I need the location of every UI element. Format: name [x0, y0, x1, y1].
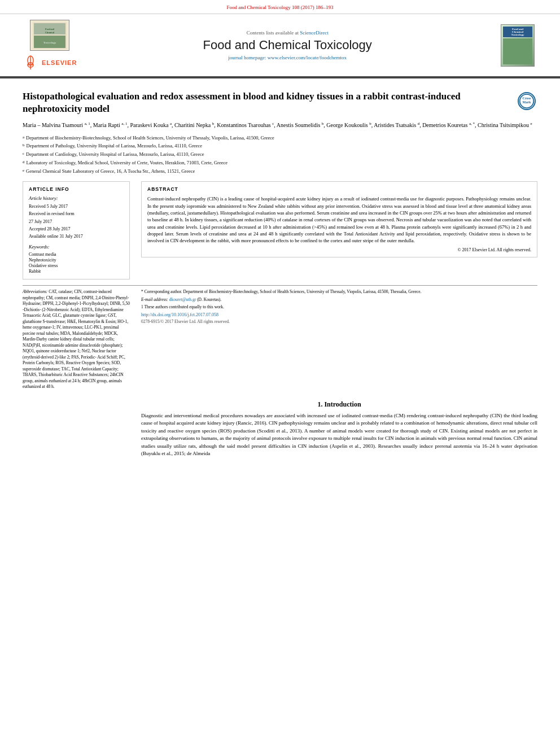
- page: Food and Chemical Toxicology 108 (2017) …: [0, 0, 560, 747]
- header-left: Food and Chemical Toxicology ELSEVIER: [23, 20, 77, 71]
- footnotes-area: Abbreviations: CAT, catalase; CIN, contr…: [23, 285, 537, 392]
- header-center: Contents lists available at ScienceDirec…: [82, 20, 492, 71]
- footnotes-left: Abbreviations: CAT, catalase; CIN, contr…: [23, 289, 130, 392]
- journal-header: Food and Chemical Toxicology 108 (2017) …: [0, 0, 560, 14]
- revised-date: 27 July 2017: [29, 219, 124, 225]
- svg-text:Cross: Cross: [523, 97, 531, 100]
- affiliation-b: b Department of Pathology, University Ho…: [23, 142, 537, 150]
- introduction-section: 1. Introduction Diagnostic and intervent…: [23, 400, 537, 461]
- abstract-text: Contrast-induced nephropathy (CIN) is a …: [147, 195, 531, 244]
- two-column-section: ARTICLE INFO Article history: Received 5…: [23, 181, 537, 279]
- journal-main-title: Food and Chemical Toxicology: [203, 38, 372, 53]
- article-info-label: ARTICLE INFO: [29, 186, 124, 192]
- online-date: Available online 31 July 2017: [29, 233, 124, 239]
- abstract-column: ABSTRACT Contrast-induced nephropathy (C…: [141, 181, 537, 279]
- article-info-box: ARTICLE INFO Article history: Received 5…: [23, 181, 130, 279]
- cover-title-text: Food andChemicalToxicology: [503, 27, 532, 37]
- article-info-column: ARTICLE INFO Article history: Received 5…: [23, 181, 130, 279]
- elsevier-brand: ELSEVIER: [23, 55, 77, 71]
- email-text: E-mail address: dkouret@uth.gr (D. Koure…: [141, 297, 537, 303]
- sciencedirect-info: Contents lists available at ScienceDirec…: [247, 30, 329, 36]
- header-right: Food andChemicalToxicology: [498, 20, 537, 71]
- main-content: Histopathological evaluation and redox a…: [0, 82, 560, 467]
- journal-thumbnail: Food and Chemical Toxicology: [30, 20, 69, 51]
- keywords-title: Keywords:: [29, 244, 124, 250]
- crossmark-icon: Cross Mark: [518, 92, 536, 110]
- header-divider: [0, 77, 560, 78]
- intro-section-heading: 1. Introduction: [141, 400, 537, 409]
- homepage-link[interactable]: www.elsevier.com/locate/foodchemtox: [268, 55, 347, 60]
- email-link[interactable]: dkouret@uth.gr: [169, 297, 196, 302]
- affiliations-list: a Department of Biochemistry-Biotechnolo…: [23, 134, 537, 175]
- elsevier-icon: [23, 55, 38, 71]
- received-date: Received 5 July 2017: [29, 203, 124, 209]
- corresponding-author-text: * Corresponding author. Department of Bi…: [141, 289, 537, 295]
- keyword-rabbit: Rabbit: [29, 269, 124, 274]
- journal-cover-image: Food andChemicalToxicology: [501, 24, 535, 67]
- copyright-line: © 2017 Elsevier Ltd. All rights reserved…: [147, 247, 531, 252]
- journal-homepage: journal homepage: www.elsevier.com/locat…: [228, 55, 347, 60]
- footnotes-right: * Corresponding author. Department of Bi…: [141, 289, 537, 392]
- intro-paragraph: Diagnostic and interventional medical pr…: [141, 412, 537, 458]
- affiliation-d: d Laboratory of Toxicology, Medical Scho…: [23, 159, 537, 167]
- equal-contribution-note: 1 These authors contributed equally to t…: [141, 304, 537, 311]
- issn-line: 0278-6915/© 2017 Elsevier Ltd. All right…: [141, 319, 537, 324]
- abstract-label: ABSTRACT: [147, 186, 531, 192]
- authors-list: Maria – Malvina Tsamouri a, 1, Maria Rap…: [23, 121, 537, 129]
- journal-issue-info: Food and Chemical Toxicology 108 (2017) …: [226, 5, 333, 10]
- cover-image-area: [503, 38, 532, 64]
- svg-text:Chemical: Chemical: [45, 31, 55, 34]
- keywords-section: Keywords: Contrast media Nephrotoxicity …: [29, 244, 124, 274]
- intro-right-col: 1. Introduction Diagnostic and intervent…: [141, 400, 537, 461]
- article-title-section: Histopathological evaluation and redox a…: [23, 90, 537, 115]
- keyword-contrast-media: Contrast media: [29, 252, 124, 257]
- abbreviations-text: Abbreviations: CAT, catalase; CIN, contr…: [23, 289, 130, 390]
- revised-date-label: Received in revised form: [29, 211, 124, 217]
- article-title: Histopathological evaluation and redox a…: [23, 90, 510, 115]
- article-history-title: Article history:: [29, 195, 124, 201]
- svg-text:Mark: Mark: [523, 101, 532, 104]
- abstract-box: ABSTRACT Contrast-induced nephropathy (C…: [141, 181, 537, 257]
- svg-text:Food and: Food and: [45, 28, 55, 30]
- keyword-oxidative-stress: Oxidative stress: [29, 263, 124, 268]
- svg-text:Toxicology: Toxicology: [43, 41, 56, 44]
- elsevier-label: ELSEVIER: [42, 59, 77, 66]
- affiliation-a: a Department of Biochemistry-Biotechnolo…: [23, 134, 537, 142]
- affiliation-c: c Department of Cardiology, University H…: [23, 151, 537, 158]
- doi-link[interactable]: http://dx.doi.org/10.1016/j.fct.2017.07.…: [141, 312, 537, 317]
- sciencedirect-link-text[interactable]: ScienceDirect: [300, 30, 328, 36]
- header-section: Food and Chemical Toxicology ELSEVIER: [0, 14, 560, 77]
- crossmark-badge[interactable]: Cross Mark: [516, 90, 537, 110]
- intro-left-spacer: [23, 400, 130, 461]
- keyword-nephrotoxicity: Nephrotoxicity: [29, 257, 124, 263]
- affiliation-e: e General Chemical State Laboratory of G…: [23, 168, 537, 175]
- accepted-date: Accepted 28 July 2017: [29, 226, 124, 232]
